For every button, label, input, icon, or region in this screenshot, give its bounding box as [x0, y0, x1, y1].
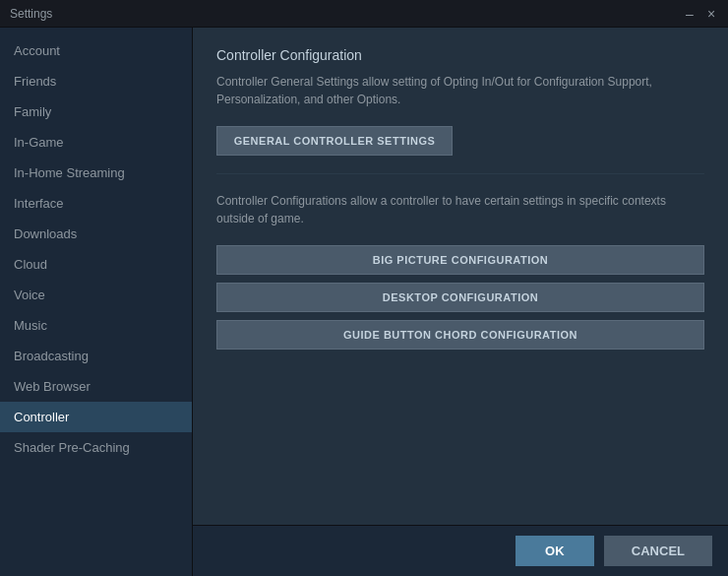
sidebar-item-cloud[interactable]: Cloud	[0, 249, 192, 280]
section2-description: Controller Configurations allow a contro…	[216, 192, 704, 227]
sidebar-item-friends[interactable]: Friends	[0, 66, 192, 96]
sidebar-item-voice[interactable]: Voice	[0, 280, 192, 310]
sidebar-item-family[interactable]: Family	[0, 96, 192, 127]
sidebar-item-in-home-streaming[interactable]: In-Home Streaming	[0, 158, 192, 188]
sidebar-item-interface[interactable]: Interface	[0, 188, 192, 219]
minimize-button[interactable]: –	[683, 7, 697, 21]
content-title: Controller Configuration	[216, 47, 704, 63]
guide-button-chord-configuration-button[interactable]: GUIDE BUTTON CHORD CONFIGURATION	[216, 320, 704, 350]
content-area: Controller Configuration Controller Gene…	[193, 28, 728, 576]
big-picture-configuration-button[interactable]: BIG PICTURE CONFIGURATION	[216, 245, 704, 275]
sidebar-item-in-game[interactable]: In-Game	[0, 127, 192, 158]
title-bar: Settings – ×	[0, 0, 728, 28]
title-bar-controls: – ×	[683, 7, 718, 21]
window-title: Settings	[10, 7, 52, 21]
bottom-bar: OK CANCEL	[193, 525, 728, 576]
cancel-button[interactable]: CANCEL	[604, 536, 712, 566]
sidebar-item-controller[interactable]: Controller	[0, 402, 192, 432]
sidebar-item-broadcasting[interactable]: Broadcasting	[0, 341, 192, 371]
sidebar-item-music[interactable]: Music	[0, 310, 192, 341]
desktop-configuration-button[interactable]: DESKTOP CONFIGURATION	[216, 283, 704, 312]
general-controller-settings-button[interactable]: GENERAL CONTROLLER SETTINGS	[216, 126, 453, 156]
sidebar-item-web-browser[interactable]: Web Browser	[0, 371, 192, 402]
ok-button[interactable]: OK	[516, 536, 594, 566]
close-button[interactable]: ×	[704, 7, 718, 21]
sidebar-item-account[interactable]: Account	[0, 35, 192, 66]
section1-description: Controller General Settings allow settin…	[216, 73, 704, 108]
sidebar-item-shader-pre-caching[interactable]: Shader Pre-Caching	[0, 432, 192, 463]
configuration-buttons-group: BIG PICTURE CONFIGURATION DESKTOP CONFIG…	[216, 245, 704, 350]
content-scroll: Controller Configuration Controller Gene…	[193, 28, 728, 525]
main-container: AccountFriendsFamilyIn-GameIn-Home Strea…	[0, 28, 728, 576]
sidebar-item-downloads[interactable]: Downloads	[0, 219, 192, 249]
sidebar: AccountFriendsFamilyIn-GameIn-Home Strea…	[0, 28, 193, 576]
section-divider	[216, 173, 704, 174]
